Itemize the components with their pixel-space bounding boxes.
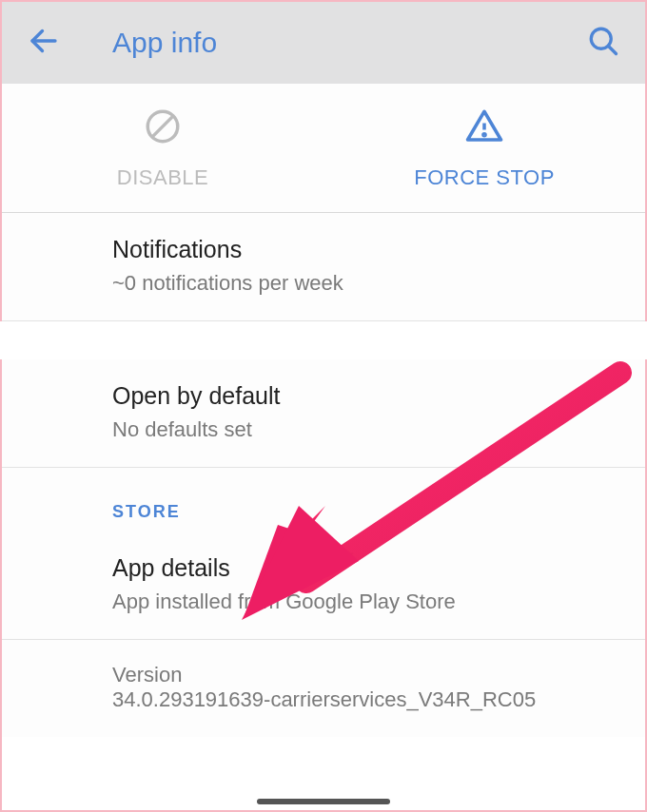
back-arrow-icon[interactable] xyxy=(27,24,61,62)
section-gap xyxy=(0,321,647,359)
page-title: App info xyxy=(112,27,217,59)
open-by-default-row[interactable]: Open by default No defaults set xyxy=(2,359,645,468)
search-icon[interactable] xyxy=(586,24,620,62)
action-row: DISABLE FORCE STOP xyxy=(2,84,645,213)
nav-handle[interactable] xyxy=(257,799,390,804)
notifications-row[interactable]: Notifications ~0 notifications per week xyxy=(2,213,645,321)
notifications-subtitle: ~0 notifications per week xyxy=(112,271,617,296)
app-details-title: App details xyxy=(112,554,617,582)
svg-point-7 xyxy=(483,133,485,135)
force-stop-button[interactable]: FORCE STOP xyxy=(324,84,645,212)
svg-line-2 xyxy=(608,46,616,53)
version-row: Version 34.0.293191639-carrierservices_V… xyxy=(2,640,645,737)
open-default-subtitle: No defaults set xyxy=(112,417,617,442)
version-value: 34.0.293191639-carrierservices_V34R_RC05 xyxy=(112,687,617,712)
disable-button: DISABLE xyxy=(2,84,324,212)
svg-line-4 xyxy=(152,115,174,137)
app-details-subtitle: App installed from Google Play Store xyxy=(112,590,617,614)
store-label: STORE xyxy=(112,502,617,522)
notifications-title: Notifications xyxy=(112,236,617,263)
store-section-header: STORE xyxy=(2,468,645,532)
app-bar: App info xyxy=(2,2,645,84)
version-title: Version xyxy=(112,663,617,687)
app-details-row[interactable]: App details App installed from Google Pl… xyxy=(2,532,645,640)
force-stop-label: FORCE STOP xyxy=(414,165,555,190)
warning-icon xyxy=(464,106,504,152)
disable-label: DISABLE xyxy=(117,165,208,190)
open-default-title: Open by default xyxy=(112,382,617,410)
disable-icon xyxy=(143,106,183,152)
